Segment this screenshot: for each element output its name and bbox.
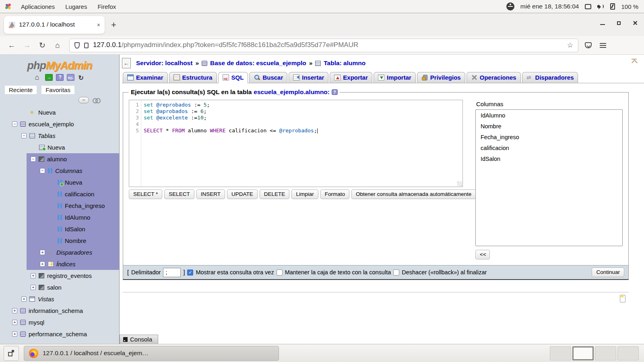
continue-button[interactable]: Continuar bbox=[592, 267, 624, 277]
reload-icon[interactable]: ↻ bbox=[35, 41, 49, 50]
tree-expander-icon[interactable]: + bbox=[40, 261, 45, 267]
delete-button[interactable]: DELETE bbox=[260, 189, 290, 199]
checkbox-label[interactable]: Deshacer («rollback») al finalizar bbox=[402, 269, 487, 276]
tree-item-fecha-ingreso[interactable]: Fecha_ingreso bbox=[27, 200, 119, 212]
column-option-fecha-ingreso[interactable]: Fecha_ingreso bbox=[476, 132, 622, 142]
update-button[interactable]: UPDATE bbox=[227, 189, 258, 199]
pma-home-icon[interactable] bbox=[34, 74, 42, 81]
tree-item-disparadores[interactable]: +Disparadores bbox=[27, 247, 119, 258]
pma-refresh-icon[interactable] bbox=[78, 74, 85, 81]
tree-expander-icon[interactable]: + bbox=[31, 273, 36, 278]
tree-item-columnas[interactable]: −Columnas bbox=[27, 165, 119, 177]
home-icon[interactable]: ⌂ bbox=[51, 41, 64, 50]
menu-firefox[interactable]: Firefox bbox=[92, 0, 121, 13]
legend-table-link[interactable]: escuela_ejemplo.alumno: bbox=[254, 88, 330, 96]
tree-item-nueva[interactable]: Nueva bbox=[27, 177, 119, 188]
browser-tab[interactable]: 127.0.0.1 / localhost × bbox=[4, 16, 105, 34]
tree-expander-icon[interactable]: − bbox=[12, 121, 17, 127]
page-info-icon[interactable] bbox=[84, 43, 89, 48]
tree-expander-icon[interactable]: + bbox=[21, 296, 27, 302]
obtener-consulta-almacenada-automaticamente-button[interactable]: Obtener consulta almacenada automáticame… bbox=[351, 189, 476, 199]
checkbox-deshacer-rollback-al-finalizar[interactable] bbox=[393, 269, 399, 276]
checkbox-mantener-la-caja-de-texto-con-la-consulta[interactable] bbox=[277, 269, 283, 276]
tab-exportar[interactable]: Exportar bbox=[330, 72, 372, 83]
help-icon[interactable]: ? bbox=[332, 89, 338, 95]
insert-button[interactable]: INSERT bbox=[196, 189, 225, 199]
tree-item-nueva[interactable]: Nueva bbox=[0, 142, 119, 153]
column-option-idalumno[interactable]: IdAlumno bbox=[476, 110, 622, 121]
pma-sql-window-icon[interactable] bbox=[67, 74, 74, 81]
checkbox-label[interactable]: Mantener la caja de texto con la consult… bbox=[285, 269, 391, 276]
menu-aplicaciones[interactable]: Aplicaciones bbox=[16, 0, 60, 13]
battery-icon[interactable] bbox=[610, 3, 615, 10]
taskbar-window-button[interactable]: 127.0.0.1 / localhost / escuela_ejem… bbox=[24, 346, 279, 361]
tree-item-idsalon[interactable]: IdSalon bbox=[27, 223, 119, 235]
back-icon[interactable]: ← bbox=[5, 41, 19, 50]
resize-handle[interactable] bbox=[457, 181, 462, 186]
tree-expander-icon[interactable]: + bbox=[12, 308, 17, 313]
breadcrumb-table[interactable]: Tabla: alumno bbox=[324, 60, 365, 67]
tree-item-alumno[interactable]: −alumno bbox=[27, 153, 119, 165]
tab-examinar[interactable]: Examinar bbox=[123, 72, 168, 83]
pma-logo[interactable]: phpMyAdmin bbox=[0, 60, 119, 72]
forward-icon[interactable]: → bbox=[20, 41, 34, 50]
limpiar-button[interactable]: Limpiar bbox=[291, 189, 318, 199]
display-icon[interactable] bbox=[585, 4, 591, 9]
columns-list[interactable]: IdAlumnoNombreFecha_ingresocalificacionI… bbox=[475, 109, 623, 246]
tree-item-nombre[interactable]: Nombre bbox=[27, 235, 119, 247]
favorite-tables-button[interactable]: Favoritas bbox=[41, 86, 74, 94]
tree-item-tablas[interactable]: −Tablas bbox=[0, 130, 119, 142]
tree-item-vistas[interactable]: +Vistas bbox=[0, 293, 119, 305]
tab-estructura[interactable]: Estructura bbox=[169, 72, 217, 83]
bookmark-star-icon[interactable]: ☆ bbox=[567, 41, 573, 49]
tree-item-mysql[interactable]: +mysql bbox=[0, 317, 119, 328]
collapse-all-button[interactable]: − bbox=[78, 97, 89, 103]
breadcrumb-server[interactable]: Servidor: localhost bbox=[136, 60, 192, 67]
new-tab-button[interactable]: + bbox=[111, 20, 116, 30]
tree-expander-icon[interactable]: − bbox=[40, 168, 45, 173]
pma-help-icon[interactable] bbox=[56, 74, 64, 81]
tree-item-idalumno[interactable]: IdAlumno bbox=[27, 212, 119, 223]
shield-icon[interactable] bbox=[74, 42, 80, 49]
tree-item-calificacion[interactable]: calificacion bbox=[27, 188, 119, 200]
edit-inline-icon[interactable] bbox=[620, 295, 625, 302]
tree-item-nueva[interactable]: Nueva bbox=[0, 107, 119, 118]
workspace-3[interactable] bbox=[595, 346, 616, 360]
tree-item-escuela-ejemplo[interactable]: −escuela_ejemplo bbox=[0, 118, 119, 130]
formato-button[interactable]: Formato bbox=[320, 189, 349, 199]
tree-expander-icon[interactable]: + bbox=[40, 250, 45, 255]
tree-expander-icon[interactable]: − bbox=[21, 133, 27, 138]
column-option-nombre[interactable]: Nombre bbox=[476, 121, 622, 132]
tab-sql[interactable]: SQL bbox=[218, 72, 248, 83]
sql-editor[interactable]: 12345 set @reprobados := 5;set @aprobado… bbox=[129, 100, 463, 187]
accessibility-icon[interactable] bbox=[506, 2, 514, 10]
tab-disparadores[interactable]: Disparadores bbox=[522, 72, 578, 83]
checkbox-mostrar-esta-consulta-otra-vez[interactable]: ✓ bbox=[187, 269, 193, 276]
pma-logout-icon[interactable] bbox=[45, 74, 53, 81]
sidebar-collapse-button[interactable]: ← bbox=[122, 58, 131, 68]
select-button[interactable]: SELECT * bbox=[129, 189, 162, 199]
tab-privilegios[interactable]: Privilegios bbox=[417, 72, 465, 83]
window-minimize-icon[interactable] bbox=[600, 24, 605, 25]
link-databases-icon[interactable] bbox=[93, 98, 100, 102]
tree-expander-icon[interactable]: + bbox=[12, 331, 17, 337]
tab-close-icon[interactable]: × bbox=[96, 22, 101, 28]
pocket-icon[interactable] bbox=[585, 42, 592, 48]
workspace-2[interactable] bbox=[572, 346, 594, 360]
speaker-icon[interactable] bbox=[597, 4, 604, 9]
url-bar[interactable]: 127.0.0.1/phpmyadmin/index.php?token=d5f… bbox=[69, 39, 578, 52]
tree-expander-icon[interactable]: − bbox=[31, 156, 36, 162]
column-option-idsalon[interactable]: IdSalon bbox=[476, 153, 622, 164]
tab-importar[interactable]: Importar bbox=[374, 72, 416, 83]
window-close-icon[interactable]: × bbox=[633, 20, 638, 26]
workspace-1[interactable] bbox=[550, 346, 571, 360]
tree-item-performance-schema[interactable]: +performance_schema bbox=[0, 328, 119, 340]
tree-item-indices[interactable]: +Índices bbox=[27, 258, 119, 270]
tree-expander-icon[interactable]: + bbox=[31, 285, 36, 290]
breadcrumb-database[interactable]: Base de datos: escuela_ejemplo bbox=[210, 60, 306, 67]
tab-buscar[interactable]: Buscar bbox=[249, 72, 287, 83]
tree-item-information-schema[interactable]: +information_schema bbox=[0, 305, 119, 317]
tree-item-registro-eventos[interactable]: +registro_eventos bbox=[0, 270, 119, 282]
column-option-calificacion[interactable]: calificacion bbox=[476, 142, 622, 153]
insert-column-button[interactable]: << bbox=[475, 250, 490, 259]
